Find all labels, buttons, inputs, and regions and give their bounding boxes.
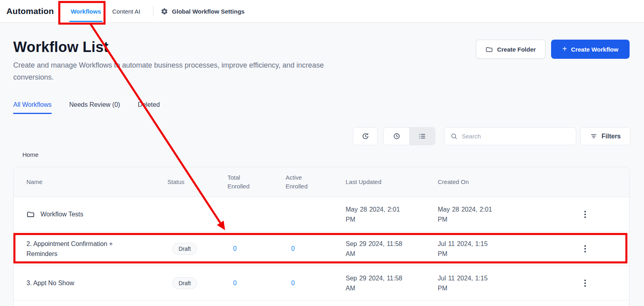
filter-lines-icon bbox=[590, 132, 598, 140]
table-header-row: Name Status Total Enrolled Active Enroll… bbox=[14, 167, 629, 197]
status-cell: Draft bbox=[158, 243, 218, 255]
page-subtitle: Create and manage Workflows to automate … bbox=[13, 59, 334, 83]
folder-icon bbox=[485, 46, 493, 53]
workflow-name[interactable]: 2. Appointment Confirmation + Reminders bbox=[26, 239, 131, 259]
active-enrolled-cell: 0 bbox=[276, 280, 336, 287]
list-icon bbox=[419, 132, 426, 140]
search-icon bbox=[450, 132, 458, 140]
status-cell: Draft bbox=[158, 277, 218, 289]
create-folder-label: Create Folder bbox=[497, 46, 536, 53]
created-on-cell: Jul 11 2024, 1:15 PM bbox=[428, 273, 520, 293]
create-folder-button[interactable]: Create Folder bbox=[476, 40, 545, 59]
column-header-name: Name bbox=[14, 178, 158, 186]
kebab-menu-icon[interactable] bbox=[581, 208, 589, 221]
search-container bbox=[444, 127, 576, 145]
column-header-created-on: Created On bbox=[428, 178, 520, 186]
tab-workflows-label: Workflows bbox=[71, 8, 101, 15]
total-enrolled-cell: 0 bbox=[218, 280, 276, 287]
tab-content-ai-label: Content AI bbox=[112, 8, 140, 15]
gear-icon bbox=[161, 8, 168, 15]
create-workflow-button[interactable]: + Create Workflow bbox=[551, 40, 630, 59]
created-on-cell: Jul 11 2024, 1:15 PM bbox=[428, 239, 520, 259]
last-updated-cell: May 28 2024, 2:01 PM bbox=[336, 204, 428, 224]
last-updated-cell: Sep 29 2024, 11:58 AM bbox=[336, 239, 428, 259]
column-header-active-enrolled: Active Enrolled bbox=[276, 173, 336, 191]
workflow-table: Name Status Total Enrolled Active Enroll… bbox=[13, 167, 630, 306]
active-enrolled-cell: 0 bbox=[276, 245, 336, 252]
column-header-last-updated: Last Updated bbox=[336, 178, 428, 186]
kebab-menu-icon[interactable] bbox=[581, 242, 589, 256]
tab-needs-review-label: Needs Review (0) bbox=[69, 101, 120, 108]
filters-label: Filters bbox=[602, 133, 621, 140]
list-toolbar: Filters bbox=[353, 127, 630, 145]
active-enrolled-link[interactable]: 0 bbox=[291, 280, 295, 286]
folder-name[interactable]: Workflow Tests bbox=[40, 209, 83, 219]
app-title: Automation bbox=[6, 6, 54, 16]
kebab-menu-icon[interactable] bbox=[581, 276, 589, 290]
created-on-cell: May 28 2024, 2:01 PM bbox=[428, 204, 520, 224]
status-badge: Draft bbox=[172, 243, 197, 255]
create-workflow-label: Create Workflow bbox=[571, 46, 618, 53]
clock-icon bbox=[393, 132, 400, 140]
tab-all-workflows[interactable]: All Workflows bbox=[13, 101, 52, 114]
tab-workflows[interactable]: Workflows bbox=[65, 0, 107, 23]
global-workflow-settings-label: Global Workflow Settings bbox=[172, 8, 244, 15]
topbar-divider bbox=[153, 6, 153, 16]
workflow-filter-tabs: All Workflows Needs Review (0) Deleted bbox=[13, 101, 160, 114]
total-enrolled-cell: 0 bbox=[218, 245, 276, 252]
tab-deleted-label: Deleted bbox=[138, 101, 160, 108]
last-updated-cell: Sep 29 2024, 11:58 AM bbox=[336, 273, 428, 293]
workflow-name[interactable]: 3. Appt No Show bbox=[26, 278, 74, 288]
top-navigation-bar: Automation Workflows Content AI Global W… bbox=[0, 0, 644, 23]
column-header-total-enrolled: Total Enrolled bbox=[218, 173, 276, 191]
global-workflow-settings-button[interactable]: Global Workflow Settings bbox=[161, 8, 244, 15]
view-toggle-segmented-control bbox=[383, 127, 435, 145]
page-title: Workflow List bbox=[13, 39, 109, 56]
column-header-status: Status bbox=[158, 178, 218, 186]
list-view-button[interactable] bbox=[409, 128, 435, 145]
search-input[interactable] bbox=[462, 133, 570, 140]
filters-button[interactable]: Filters bbox=[580, 127, 630, 145]
breadcrumb-home[interactable]: Home bbox=[22, 151, 38, 158]
total-enrolled-link[interactable]: 0 bbox=[233, 245, 237, 252]
status-badge: Draft bbox=[172, 277, 197, 289]
table-row-workflow-tests-folder[interactable]: Workflow Tests May 28 2024, 2:01 PM May … bbox=[14, 197, 629, 232]
folder-icon bbox=[26, 210, 35, 218]
tab-all-workflows-label: All Workflows bbox=[13, 101, 52, 108]
tab-deleted[interactable]: Deleted bbox=[138, 101, 160, 114]
tab-needs-review[interactable]: Needs Review (0) bbox=[69, 101, 120, 114]
plus-icon: + bbox=[562, 45, 567, 53]
recent-view-button[interactable] bbox=[384, 128, 409, 145]
active-enrolled-link[interactable]: 0 bbox=[291, 245, 295, 252]
history-clock-icon bbox=[362, 132, 369, 140]
total-enrolled-link[interactable]: 0 bbox=[233, 280, 237, 286]
table-row-appointment-confirmation-reminders[interactable]: 2. Appointment Confirmation + Reminders … bbox=[14, 232, 629, 266]
table-row-appt-no-show[interactable]: 3. Appt No Show Draft 0 0 Sep 29 2024, 1… bbox=[14, 266, 629, 300]
tab-content-ai[interactable]: Content AI bbox=[107, 0, 146, 23]
enrollment-history-button[interactable] bbox=[353, 127, 378, 145]
